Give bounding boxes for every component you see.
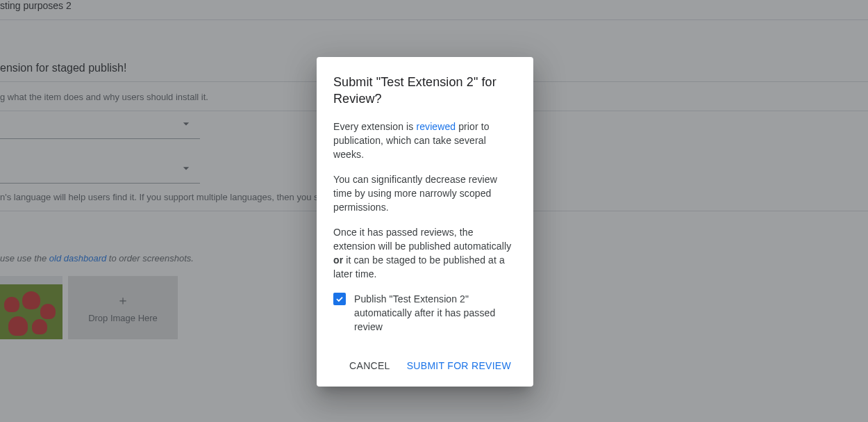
dialog-title: Submit "Test Extension 2" for Review?: [333, 74, 517, 107]
auto-publish-checkbox[interactable]: [333, 293, 346, 305]
dialog-text: Every extension is: [333, 121, 416, 132]
dialog-paragraph: You can significantly decrease review ti…: [333, 172, 517, 214]
cancel-button[interactable]: Cancel: [344, 353, 396, 378]
submit-review-dialog: Submit "Test Extension 2" for Review? Ev…: [317, 57, 533, 387]
reviewed-link[interactable]: reviewed: [416, 121, 456, 132]
dialog-text-bold: or: [333, 254, 343, 266]
dialog-paragraph: Every extension is reviewed prior to pub…: [333, 120, 517, 161]
check-icon: [335, 294, 344, 304]
dialog-paragraph: Once it has passed reviews, the extensio…: [333, 225, 517, 281]
dialog-actions: Cancel Submit for review: [333, 341, 517, 378]
dialog-text: it can be staged to be published at a la…: [333, 254, 505, 279]
dialog-text: Once it has passed reviews, the extensio…: [333, 227, 511, 252]
auto-publish-option[interactable]: Publish "Test Extension 2" automatically…: [333, 292, 517, 334]
submit-for-review-button[interactable]: Submit for review: [401, 353, 517, 378]
auto-publish-label: Publish "Test Extension 2" automatically…: [354, 292, 517, 334]
